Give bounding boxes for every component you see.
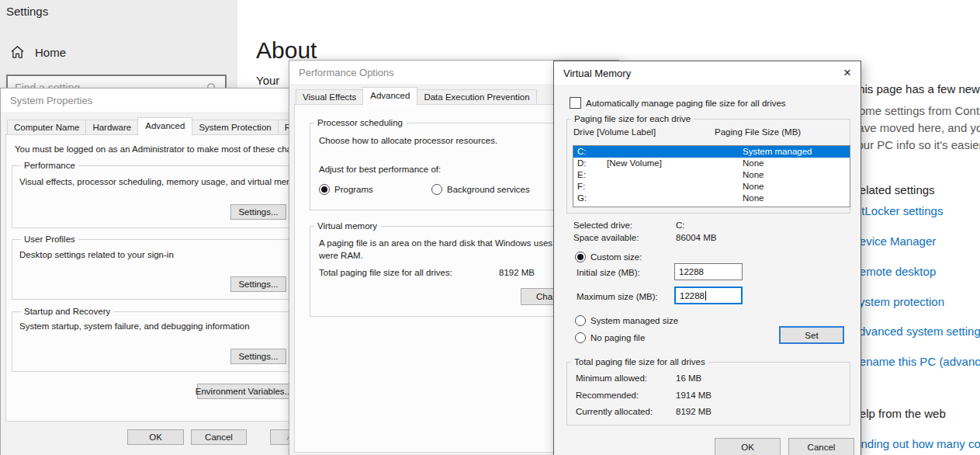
about-body-line: Some settings from Control Panel: [851, 104, 980, 117]
paging-file-desc-line2: were RAM.: [319, 251, 363, 260]
performance-options-title: Performance Options: [299, 67, 394, 78]
link-advanced-system-settings[interactable]: Advanced system settings: [851, 325, 980, 338]
currently-allocated-value: 8192 MB: [676, 407, 712, 416]
auto-manage-checkbox-label: Automatically manage paging file size fo…: [586, 99, 786, 108]
drive-row-g[interactable]: G: None: [573, 193, 850, 204]
sidebar-item-home[interactable]: Home: [10, 45, 66, 59]
space-available-label: Space available:: [573, 233, 639, 242]
drive-letter: D:: [573, 158, 607, 169]
about-body-line: have moved here, and you can copy: [851, 121, 980, 134]
radio-no-paging-file[interactable]: No paging file: [575, 332, 645, 343]
minimum-allowed-label: Minimum allowed:: [576, 373, 647, 383]
system-properties-ok-button[interactable]: OK: [127, 429, 184, 445]
radio-custom-size[interactable]: Custom size:: [575, 252, 642, 262]
total-paging-label: Total paging file size for all drives:: [319, 268, 452, 277]
radio-programs-label: Programs: [334, 185, 373, 194]
link-remote-desktop[interactable]: Remote desktop: [851, 265, 936, 278]
system-properties-titlebar: System Properties: [1, 89, 306, 112]
virtual-memory-dialog: Virtual Memory × Automatically manage pa…: [553, 61, 861, 455]
help-from-web-heading: Help from the web: [851, 407, 946, 420]
link-finding-cores[interactable]: Finding out how many cores my processor …: [851, 436, 980, 455]
radio-no-paging-file-label: No paging file: [590, 333, 645, 342]
radio-custom-size-dot: [575, 252, 586, 262]
user-profiles-group-desc: Desktop settings related to your sign-in: [19, 250, 174, 259]
drive-letter: G:: [573, 193, 607, 204]
drive-row-f[interactable]: F: None: [573, 181, 850, 193]
system-properties-cancel-button[interactable]: Cancel: [191, 429, 247, 445]
tab-data-execution-prevention[interactable]: Data Execution Prevention: [417, 89, 536, 105]
virtual-memory-title: Virtual Memory: [563, 68, 631, 79]
tab-hardware[interactable]: Hardware: [85, 120, 138, 135]
maximum-size-label: Maximum size (MB):: [577, 292, 658, 301]
maximum-size-input[interactable]: 12288: [674, 287, 743, 304]
radio-programs[interactable]: Programs: [319, 184, 373, 195]
startup-recovery-settings-button[interactable]: Settings...: [230, 349, 286, 364]
tab-visual-effects[interactable]: Visual Effects: [296, 89, 363, 105]
text-caret: [705, 291, 706, 300]
system-properties-dialog: System Properties Computer Name Hardware…: [0, 88, 307, 455]
processor-scheduling-desc: Choose how to allocate processor resourc…: [319, 136, 497, 145]
paging-file-desc-line1: A paging file is an area on the hard dis…: [319, 238, 578, 248]
system-properties-title: System Properties: [10, 95, 92, 106]
radio-system-managed[interactable]: System managed size: [575, 315, 678, 326]
selected-drive-label: Selected drive:: [573, 221, 632, 230]
virtual-memory-cancel-button[interactable]: Cancel: [788, 438, 854, 455]
tab-po-advanced[interactable]: Advanced: [362, 87, 417, 106]
drive-size: None: [743, 181, 850, 193]
home-icon: [10, 45, 25, 59]
tab-computer-name[interactable]: Computer Name: [7, 120, 86, 135]
tab-advanced[interactable]: Advanced: [137, 117, 192, 136]
drive-row-d[interactable]: D: [New Volume] None: [573, 158, 850, 169]
total-paging-value: 8192 MB: [499, 268, 535, 277]
radio-custom-size-label: Custom size:: [590, 252, 642, 262]
admin-note: You must be logged on as an Administrato…: [15, 144, 313, 154]
initial-size-label: Initial size (MB):: [577, 268, 640, 277]
currently-allocated-label: Currently allocated:: [576, 407, 653, 416]
link-bitlocker-settings[interactable]: BitLocker settings: [851, 204, 943, 217]
initial-size-value: 12288: [679, 267, 704, 276]
drive-letter: C:: [573, 146, 607, 158]
radio-background-services[interactable]: Background services: [431, 184, 530, 195]
radio-background-services-dot: [431, 184, 442, 195]
startup-recovery-group-label: Startup and Recovery: [21, 307, 113, 316]
space-available-value: 86004 MB: [676, 233, 716, 242]
drive-size: System managed: [743, 146, 850, 158]
virtual-memory-titlebar: Virtual Memory ×: [554, 61, 861, 85]
radio-system-managed-label: System managed size: [590, 316, 678, 325]
minimum-allowed-value: 16 MB: [676, 373, 701, 383]
drive-row-e[interactable]: E: None: [573, 169, 850, 181]
user-profiles-group-label: User Profiles: [21, 234, 78, 244]
auto-manage-checkbox[interactable]: Automatically manage paging file size fo…: [570, 97, 786, 109]
link-rename-this-pc[interactable]: Rename this PC (advanced): [851, 355, 980, 368]
page-intro-partial: Your: [256, 74, 279, 87]
drive-row-c[interactable]: C: System managed: [573, 146, 850, 158]
selected-drive-value: C:: [676, 221, 685, 230]
link-system-protection[interactable]: System protection: [851, 295, 944, 308]
close-icon[interactable]: ×: [834, 62, 861, 84]
virtual-memory-ok-button[interactable]: OK: [715, 438, 781, 455]
drive-list: C: System managed D: [New Volume] None E…: [573, 145, 850, 207]
tab-system-protection[interactable]: System Protection: [192, 120, 278, 135]
user-profiles-settings-button[interactable]: Settings...: [230, 276, 286, 292]
recommended-value: 1914 MB: [676, 391, 712, 400]
new-settings-heading: This page has a few new settings: [851, 82, 980, 96]
radio-programs-dot: [319, 184, 330, 195]
drive-volume: [New Volume]: [607, 158, 743, 169]
initial-size-input[interactable]: 12288: [674, 263, 743, 280]
set-button[interactable]: Set: [779, 326, 844, 344]
processor-scheduling-label: Processor scheduling: [314, 118, 406, 127]
link-device-manager[interactable]: Device Manager: [851, 234, 936, 248]
about-body-line: your PC info so it's easier to share.: [851, 138, 980, 151]
drive-size: None: [743, 193, 850, 204]
recommended-label: Recommended:: [576, 391, 639, 400]
radio-no-paging-file-dot: [575, 332, 586, 343]
performance-settings-button[interactable]: Settings...: [230, 204, 286, 220]
radio-system-managed-dot: [575, 315, 586, 326]
performance-group-desc: Visual effects, processor scheduling, me…: [19, 177, 306, 186]
settings-app-title: Settings: [6, 5, 48, 18]
environment-variables-button[interactable]: Environment Variables...: [197, 384, 290, 399]
column-header-size: Paging File Size (MB): [715, 127, 801, 137]
maximum-size-value: 12288: [680, 291, 705, 300]
paging-size-group-label: Paging file size for each drive: [571, 114, 694, 123]
auto-manage-checkbox-box: [570, 97, 581, 109]
